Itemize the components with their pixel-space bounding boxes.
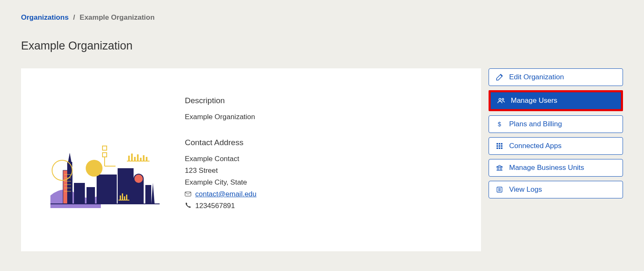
users-icon — [497, 97, 505, 104]
svg-rect-44 — [497, 145, 498, 147]
envelope-icon — [185, 192, 192, 196]
manage-users-label: Manage Users — [511, 96, 557, 105]
contact-email-link[interactable]: contact@email.edu — [195, 190, 257, 198]
contact-street: 123 Street — [185, 165, 257, 177]
svg-text:$: $ — [498, 121, 501, 128]
view-logs-label: View Logs — [509, 185, 542, 194]
svg-rect-45 — [499, 145, 500, 147]
dollar-icon: $ — [496, 120, 503, 128]
manage-users-button[interactable]: Manage Users — [491, 92, 621, 109]
svg-point-8 — [134, 175, 143, 183]
connected-apps-button[interactable]: Connected Apps — [489, 137, 623, 155]
manage-users-highlight: Manage Users — [489, 90, 623, 111]
connected-apps-label: Connected Apps — [509, 142, 562, 150]
svg-rect-4 — [74, 183, 85, 204]
apps-grid-icon — [496, 142, 503, 150]
svg-rect-19 — [134, 157, 136, 161]
manage-business-units-button[interactable]: Manage Business Units — [489, 159, 623, 177]
breadcrumb-root-link[interactable]: Organizations — [21, 13, 68, 21]
breadcrumb-current: Example Organization — [80, 13, 155, 21]
svg-rect-2 — [67, 162, 72, 204]
svg-marker-10 — [151, 183, 155, 204]
city-illustration-icon — [50, 145, 160, 208]
svg-rect-28 — [126, 195, 127, 200]
org-illustration — [50, 94, 160, 235]
svg-rect-47 — [497, 148, 498, 149]
page-title: Example Organization — [21, 39, 623, 52]
contact-name: Example Contact — [185, 153, 257, 165]
contact-heading: Contact Address — [185, 138, 257, 147]
contact-phone: 1234567891 — [195, 202, 235, 210]
svg-rect-46 — [501, 145, 503, 147]
svg-rect-13 — [103, 146, 107, 150]
svg-point-11 — [86, 160, 103, 177]
list-icon — [496, 186, 503, 193]
action-sidebar: Edit Organization Manage Users $ Plans a… — [489, 68, 623, 198]
plans-billing-label: Plans and Billing — [509, 120, 562, 128]
breadcrumb-separator: / — [73, 13, 75, 21]
svg-rect-17 — [128, 156, 130, 161]
svg-rect-20 — [137, 154, 139, 161]
pencil-icon — [496, 73, 503, 81]
svg-rect-22 — [143, 155, 145, 161]
svg-rect-49 — [501, 148, 503, 149]
svg-rect-5 — [87, 187, 95, 204]
svg-rect-23 — [146, 157, 147, 161]
description-heading: Description — [185, 96, 257, 105]
contact-city-state: Example City, State — [185, 177, 257, 188]
description-text: Example Organization — [185, 111, 257, 123]
svg-rect-42 — [499, 143, 500, 145]
svg-rect-25 — [120, 195, 121, 200]
svg-rect-43 — [501, 143, 503, 145]
svg-rect-26 — [122, 193, 123, 200]
edit-organization-button[interactable]: Edit Organization — [489, 68, 623, 86]
breadcrumb: Organizations / Example Organization — [21, 13, 623, 22]
institution-icon — [496, 164, 503, 172]
svg-rect-14 — [103, 153, 107, 157]
svg-rect-21 — [140, 158, 142, 161]
org-card: Description Example Organization Contact… — [21, 68, 481, 251]
svg-point-39 — [502, 99, 504, 100]
plans-billing-button[interactable]: $ Plans and Billing — [489, 115, 623, 133]
svg-rect-6 — [97, 175, 117, 204]
svg-rect-27 — [124, 196, 125, 200]
view-logs-button[interactable]: View Logs — [489, 181, 623, 198]
manage-business-units-label: Manage Business Units — [509, 164, 584, 172]
svg-rect-48 — [499, 148, 500, 149]
svg-marker-3 — [68, 153, 71, 162]
svg-rect-41 — [497, 143, 498, 145]
svg-rect-18 — [131, 154, 133, 161]
edit-organization-label: Edit Organization — [509, 73, 564, 81]
svg-rect-9 — [145, 185, 151, 204]
svg-point-38 — [499, 99, 501, 101]
phone-icon — [185, 202, 192, 208]
